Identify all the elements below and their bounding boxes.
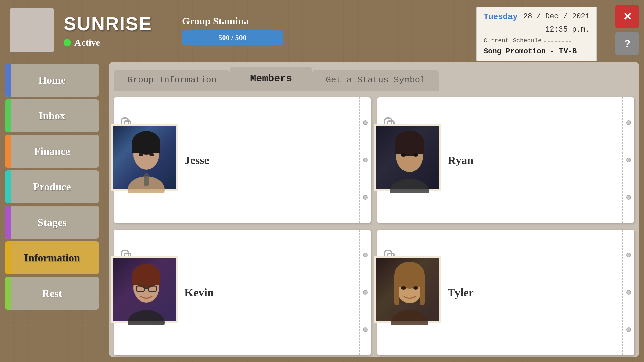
tab-bar: Group Information Members Get a Status S… (114, 67, 634, 90)
spiral-hole (626, 327, 631, 332)
jesse-portrait (113, 126, 180, 193)
svg-point-8 (390, 179, 429, 193)
svg-point-15 (128, 310, 165, 325)
spiral-hole (626, 158, 631, 162)
tyler-name-section: Tyler (441, 281, 622, 304)
sidebar-label-produce: Produce (33, 181, 71, 193)
svg-point-27 (401, 286, 406, 290)
group-name: SUNRISE (64, 13, 152, 35)
jesse-name-section: Jesse (178, 149, 359, 172)
sidebar-label-information: Information (24, 252, 80, 264)
jesse-name: Jesse (184, 154, 209, 167)
member-card-tyler[interactable]: Tyler (377, 230, 634, 355)
svg-point-12 (401, 153, 406, 157)
tab-status-symbol[interactable]: Get a Status Symbol (312, 70, 438, 90)
main-content: Group Information Members Get a Status S… (109, 62, 639, 357)
group-avatar (10, 8, 54, 52)
close-button[interactable]: ✕ (615, 5, 639, 28)
svg-rect-10 (395, 143, 424, 154)
sidebar-item-home[interactable]: Home (5, 64, 99, 97)
svg-rect-25 (394, 282, 399, 305)
spiral-hole (626, 195, 631, 200)
jesse-spiral (359, 97, 371, 223)
kevin-spiral (359, 230, 371, 355)
svg-rect-26 (420, 282, 425, 305)
jesse-photo (111, 124, 178, 191)
calendar-top-row: Tuesday 28 / Dec / 2021 (484, 12, 590, 24)
member-card-ryan[interactable]: Ryan (377, 97, 634, 223)
calendar-schedule-value: Song Promotion - TV-B (484, 47, 577, 56)
kevin-photo (111, 256, 178, 323)
sidebar-item-inbox[interactable]: Inbox (5, 99, 99, 132)
sidebar: Home Inbox Finance Produce Stages Inform… (0, 60, 104, 362)
sidebar-color-information (5, 241, 11, 274)
svg-point-5 (149, 153, 154, 156)
spiral-hole (363, 158, 368, 162)
sidebar-label-home: Home (38, 74, 66, 86)
spiral-hole (626, 290, 631, 295)
calendar-date: 28 / Dec / 2021 (523, 12, 590, 22)
ryan-portrait (376, 126, 443, 193)
spiral-hole (363, 195, 368, 200)
stamina-bar: 500 / 500 (182, 30, 283, 45)
tyler-photo (374, 256, 441, 323)
svg-point-4 (139, 153, 143, 156)
tyler-name: Tyler (448, 286, 474, 299)
svg-rect-6 (144, 173, 149, 186)
sidebar-color-stages (5, 206, 11, 239)
sidebar-color-finance (5, 135, 11, 168)
sidebar-color-rest (5, 277, 11, 310)
calendar-widget: Tuesday 28 / Dec / 2021 12:35 p.m. Curre… (476, 7, 597, 61)
svg-point-22 (391, 310, 428, 325)
kevin-portrait (113, 258, 180, 325)
sidebar-item-produce[interactable]: Produce (5, 170, 99, 203)
tyler-portrait (376, 258, 443, 325)
tyler-spiral (622, 230, 634, 355)
svg-rect-3 (132, 143, 160, 153)
member-card-jesse[interactable]: Jesse (114, 97, 371, 223)
sidebar-color-home (5, 64, 11, 97)
spiral-hole (363, 253, 368, 257)
tab-members[interactable]: Members (230, 67, 312, 90)
status-row: Active (64, 37, 152, 48)
sidebar-color-produce (5, 170, 11, 203)
sidebar-item-finance[interactable]: Finance (5, 135, 99, 168)
spiral-hole (363, 290, 368, 295)
tab-group-information[interactable]: Group Information (114, 70, 230, 90)
kevin-photo-wrapper (111, 256, 178, 323)
member-card-kevin[interactable]: Kevin (114, 230, 371, 355)
stamina-label: Group Stamina (182, 15, 283, 27)
status-indicator (64, 39, 71, 46)
ryan-name-section: Ryan (441, 149, 622, 172)
sidebar-item-rest[interactable]: Rest (5, 277, 99, 310)
help-button[interactable]: ? (615, 32, 639, 55)
stamina-section: Group Stamina 500 / 500 (182, 15, 283, 45)
status-label: Active (74, 37, 100, 48)
calendar-day: Tuesday (484, 12, 518, 21)
spiral-hole (626, 253, 631, 257)
sidebar-item-stages[interactable]: Stages (5, 206, 99, 239)
kevin-name: Kevin (184, 286, 214, 299)
sidebar-item-information[interactable]: Information (5, 241, 99, 274)
spiral-hole (626, 120, 631, 125)
calendar-time: 12:35 p.m. (545, 25, 590, 34)
spiral-hole (363, 120, 368, 125)
stamina-value: 500 / 500 (218, 33, 246, 42)
calendar-schedule-label: Current Schedule (484, 37, 542, 44)
sidebar-label-finance: Finance (34, 145, 70, 158)
kevin-name-section: Kevin (178, 281, 359, 304)
sidebar-label-inbox: Inbox (39, 110, 65, 122)
ryan-photo (374, 124, 441, 191)
jesse-photo-wrapper (111, 124, 178, 191)
svg-point-11 (398, 158, 421, 168)
sidebar-label-stages: Stages (37, 216, 66, 229)
spiral-hole (363, 327, 368, 332)
sidebar-label-rest: Rest (42, 287, 62, 300)
svg-rect-17 (132, 276, 160, 285)
ryan-name: Ryan (448, 154, 473, 167)
ryan-photo-wrapper (374, 124, 441, 191)
ryan-spiral (622, 97, 634, 223)
stamina-bar-wrapper: 500 / 500 (182, 30, 283, 45)
svg-point-13 (413, 153, 418, 157)
group-info: SUNRISE Active (64, 13, 152, 48)
